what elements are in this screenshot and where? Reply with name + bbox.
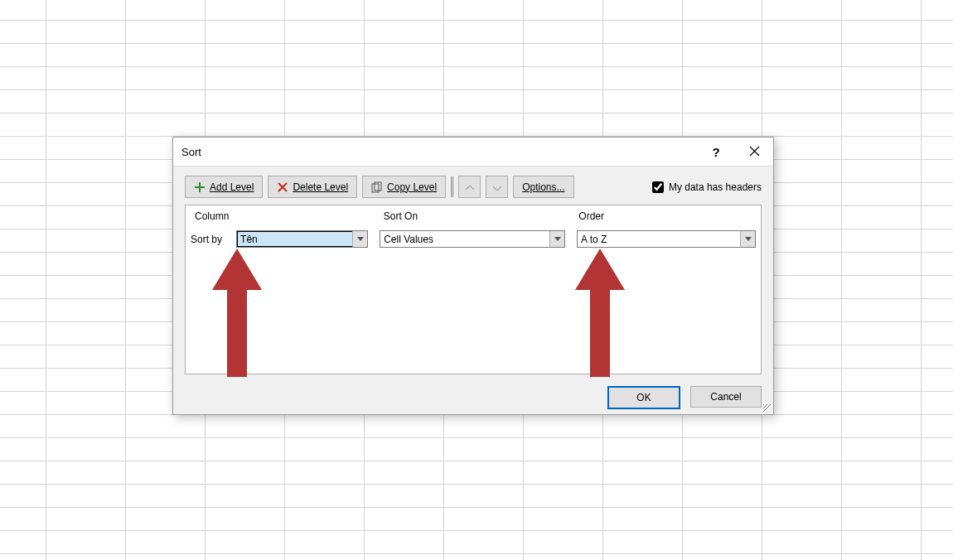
toolbar: Add Level Delete Level Copy Level — [173, 167, 773, 205]
sort-panel: Column Sort On Order Sort by Tên Cell Va… — [185, 205, 762, 374]
close-icon — [749, 145, 760, 159]
copy-level-label: Copy Level — [387, 181, 437, 193]
sort-row: Sort by Tên Cell Values A to Z — [186, 225, 761, 251]
copy-level-button[interactable]: Copy Level — [362, 176, 446, 198]
delete-level-button[interactable]: Delete Level — [268, 176, 357, 198]
options-label: Options... — [522, 181, 564, 193]
chevron-down-icon — [549, 231, 564, 247]
headers-checkbox-wrap[interactable]: My data has headers — [652, 181, 762, 193]
order-header: Order — [578, 210, 756, 222]
sorton-header: Sort On — [384, 210, 568, 222]
order-value: A to Z — [578, 234, 740, 245]
sort-dialog: Sort ? Add Level Delete Level — [172, 137, 774, 415]
panel-header-row: Column Sort On Order — [186, 205, 761, 225]
plus-icon — [194, 181, 206, 193]
titlebar[interactable]: Sort ? — [173, 138, 773, 167]
chevron-down-icon — [493, 181, 501, 193]
chevron-down-icon — [352, 231, 367, 247]
dialog-title: Sort — [181, 146, 201, 158]
headers-label: My data has headers — [669, 181, 762, 193]
order-combo[interactable]: A to Z — [577, 230, 756, 248]
ok-button[interactable]: OK — [607, 386, 680, 409]
headers-checkbox[interactable] — [652, 181, 664, 193]
sort-column-value: Tên — [237, 234, 352, 245]
separator — [451, 176, 453, 197]
panel-body — [186, 251, 761, 374]
sort-column-combo[interactable]: Tên — [236, 230, 368, 248]
cancel-button[interactable]: Cancel — [690, 386, 762, 408]
options-button[interactable]: Options... — [513, 176, 573, 198]
move-down-button[interactable] — [486, 176, 508, 198]
add-level-button[interactable]: Add Level — [185, 176, 263, 198]
x-icon — [277, 181, 288, 193]
sort-by-label: Sort by — [191, 234, 231, 245]
add-level-label: Add Level — [210, 181, 254, 193]
delete-level-label: Delete Level — [293, 181, 348, 193]
chevron-down-icon — [740, 231, 755, 247]
move-up-button[interactable] — [458, 176, 481, 198]
close-button[interactable] — [735, 138, 773, 166]
column-header: Column — [195, 210, 372, 222]
sort-on-value: Cell Values — [380, 234, 549, 245]
resize-grip[interactable] — [763, 404, 772, 413]
help-button[interactable]: ? — [697, 138, 735, 166]
dialog-footer: OK Cancel — [173, 386, 773, 413]
chevron-up-icon — [466, 181, 474, 193]
sort-on-combo[interactable]: Cell Values — [380, 230, 565, 248]
copy-icon — [371, 181, 383, 193]
